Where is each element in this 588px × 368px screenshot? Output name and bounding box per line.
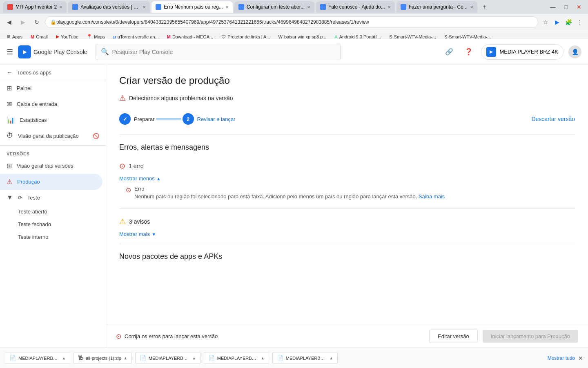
stats-icon: 📊 [7, 116, 15, 124]
protetor-icon: 🛡 [221, 34, 226, 39]
sidebar-item-teste-fechado[interactable]: Teste fechado [0, 218, 102, 231]
close-downloads-button[interactable]: ✕ [578, 355, 583, 361]
show-all-downloads-button[interactable]: Mostrar tudo [548, 355, 575, 361]
collapse-arrow-icon: ▲ [156, 176, 161, 181]
user-avatar[interactable]: 👤 [568, 45, 581, 58]
download-chevron-4[interactable]: ▲ [330, 356, 333, 360]
step-1-label: Preparar [134, 116, 155, 122]
download-chevron-3[interactable]: ▲ [261, 356, 265, 360]
sidebar-item-painel[interactable]: ⊞ Painel [0, 80, 102, 96]
download-item-2[interactable]: 📄 MEDIAPLAYERBRZ.aia ▲ [135, 352, 200, 364]
error-dot-icon: ⊙ [119, 162, 125, 171]
error-item-icon: ⊙ [126, 186, 131, 194]
error-count-header: ⊙ 1 erro [119, 157, 575, 175]
teste-aberto-label: Teste aberto [18, 209, 47, 215]
footer-action-bar: ⊙ Corrija os erros para lançar esta vers… [106, 325, 588, 348]
download-item-4[interactable]: 📄 MEDIAPLAYERBRZ....apk ▲ [272, 352, 338, 364]
tab-close-6[interactable]: ✕ [470, 5, 473, 9]
inbox-icon: ✉ [7, 100, 12, 108]
minimize-button[interactable]: — [547, 1, 559, 13]
teste-refresh-icon: ⟳ [18, 195, 22, 201]
tab-close-5[interactable]: ✕ [388, 5, 391, 9]
android-icon: A [334, 34, 337, 39]
browser-tab-6[interactable]: Fazer uma pergunta - Co... ✕ [396, 1, 477, 13]
download-item-name-3: MEDIAPLAYERBRZ.apk [217, 356, 258, 361]
tab-label-3: Erro Nenhum país ou reg... [164, 4, 223, 10]
step-2-circle: 2 [183, 113, 194, 125]
link-icon-btn[interactable]: 🔗 [442, 45, 457, 59]
step-preparar: ✓ Preparar [119, 113, 155, 125]
search-box[interactable]: 🔍 [96, 44, 341, 60]
tab-favicon-1 [7, 4, 13, 10]
teste-interno-label: Teste interno [18, 234, 48, 240]
teste-icon: ▼ [7, 194, 13, 201]
warning-count-header: ⚠ 3 avisos [119, 212, 575, 231]
step-connector [156, 119, 181, 119]
browser-tab-2[interactable]: Avaliação das versões | M... ✕ [68, 1, 150, 13]
address-bar[interactable]: 🔒 play.google.com/console/u/0/developers… [45, 16, 538, 28]
sidebar-item-teste[interactable]: ▼ ⟳ Teste [0, 190, 102, 205]
tab-close-4[interactable]: ✕ [307, 5, 310, 9]
sidebar-item-producao[interactable]: ⚠ Produção [0, 174, 102, 190]
bookmark-button[interactable]: ☆ [541, 17, 550, 27]
sidebar-item-inbox[interactable]: ✉ Caixa de entrada [0, 96, 102, 112]
show-more-link[interactable]: Mostrar mais ▼ [119, 231, 575, 237]
refresh-button[interactable]: ↻ [31, 16, 42, 28]
discard-link[interactable]: Descartar versão [531, 116, 575, 122]
error-item-desc: Nenhum país ou região foi selecionado pa… [134, 193, 445, 200]
browser-tab-3[interactable]: Erro Nenhum país ou reg... ✕ [151, 1, 233, 13]
app-chip[interactable]: ▶ MEDIA PLAYER BRZ 4K [481, 44, 564, 60]
window-close-button[interactable]: ✕ [573, 1, 585, 13]
download-chevron-2[interactable]: ▲ [192, 356, 196, 360]
download-chevron-0[interactable]: ▲ [62, 356, 66, 360]
download-chevron-1[interactable]: ▲ [124, 356, 127, 360]
learn-more-link[interactable]: Saiba mais [419, 193, 445, 200]
search-input[interactable] [112, 49, 335, 55]
sidebar-item-teste-aberto[interactable]: Teste aberto [0, 205, 102, 218]
tab-label-4: Configurar um teste aber... [247, 4, 305, 10]
menu-button[interactable]: ⋮ [575, 17, 585, 27]
back-button[interactable]: ◀ [3, 16, 15, 28]
sidebar-item-publish[interactable]: ⏱ Visão geral da publicação 🚫 [0, 128, 106, 144]
download-item-name-0: MEDIAPLAYERBRZ....apk [18, 356, 60, 361]
packages-section-title: Novos pacotes de apps e APKs [119, 252, 575, 261]
tab-close-3[interactable]: ✕ [225, 5, 229, 9]
utorrent-icon: μ [113, 34, 116, 39]
browser-tab-1[interactable]: MIT App Inventor 2 ✕ [3, 1, 67, 13]
sidebar-back-all-apps[interactable]: ← Todos os apps [0, 65, 106, 80]
tab-label-2: Avaliação das versões | M... [80, 4, 140, 10]
warning-banner-icon: ⚠ [119, 94, 126, 103]
gpc-title: Google Play Console [33, 49, 87, 55]
play-button[interactable]: ▶ [552, 17, 562, 27]
browser-tab-4[interactable]: Configurar um teste aber... ✕ [234, 1, 314, 13]
error-count-label: 1 erro [129, 163, 144, 169]
hamburger-menu[interactable]: ☰ [7, 47, 13, 56]
download-bar: 📄 MEDIAPLAYERBRZ....apk ▲ 🗜 all-projects… [0, 348, 588, 368]
help-icon-btn[interactable]: ❓ [461, 45, 476, 59]
address-text: play.google.com/console/u/0/developers/8… [56, 19, 533, 25]
sidebar-item-versoes-overview[interactable]: ⊞ Visão geral das versões [0, 158, 102, 174]
download-item-0[interactable]: 📄 MEDIAPLAYERBRZ....apk ▲ [5, 352, 70, 364]
gpc-logo-icon: ▶ [18, 45, 31, 58]
warning-dot-icon: ⚠ [119, 217, 126, 226]
inbox-label: Caixa de entrada [17, 101, 57, 107]
sidebar-item-teste-interno[interactable]: Teste interno [0, 231, 102, 243]
launch-button: Iniciar lançamento para Produção [483, 330, 578, 343]
download-item-3[interactable]: 📄 MEDIAPLAYERBRZ.apk ▲ [204, 352, 269, 364]
new-tab-button[interactable]: + [479, 1, 490, 13]
extension-button[interactable]: 🧩 [564, 17, 573, 27]
producao-label: Produção [17, 179, 40, 185]
edit-version-button[interactable]: Editar versão [429, 330, 478, 343]
publish-icon: ⏱ [7, 132, 13, 139]
warning-banner: ⚠ Detectamos alguns problemas na versão [119, 90, 575, 107]
forward-button[interactable]: ▶ [17, 16, 29, 28]
browser-tab-5[interactable]: Fale conosco - Ajuda do... ✕ [316, 1, 395, 13]
producao-icon: ⚠ [7, 178, 12, 186]
tab-close-1[interactable]: ✕ [59, 5, 62, 9]
maximize-button[interactable]: □ [560, 1, 572, 13]
tab-favicon-6 [401, 4, 406, 10]
show-less-link[interactable]: Mostrar menos ▲ [119, 175, 575, 182]
download-item-1[interactable]: 🗜 all-projects (1).zip ▲ [74, 352, 132, 364]
sidebar-item-stats[interactable]: 📊 Estatísticas [0, 112, 102, 128]
tab-close-2[interactable]: ✕ [143, 5, 146, 9]
